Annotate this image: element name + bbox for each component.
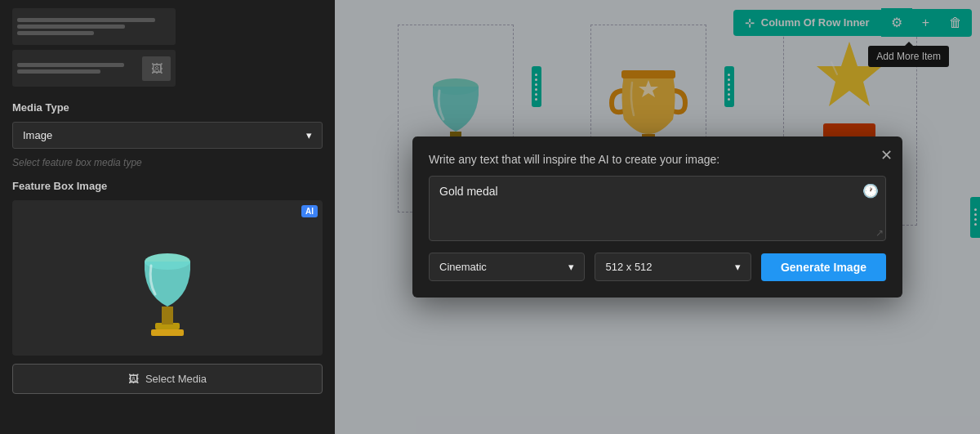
chevron-down-icon: ▾: [306, 129, 312, 141]
dialog-close-button[interactable]: ✕: [880, 146, 893, 164]
size-value: 512 x 512: [605, 261, 652, 273]
select-media-icon: 🖼: [128, 373, 139, 385]
svg-rect-2: [162, 306, 173, 324]
media-type-hint: Select feature box media type: [12, 157, 323, 168]
svg-rect-1: [151, 329, 184, 336]
size-dropdown[interactable]: 512 x 512 ▾: [595, 253, 751, 281]
dialog-controls: Cinematic ▾ 512 x 512 ▾ Generate Image: [429, 253, 886, 281]
thumb-line: [17, 69, 100, 74]
right-panel: ⊹ Column Of Row Inner ⚙ + 🗑 Add More Ite…: [335, 0, 980, 434]
left-panel: 🖼 Media Type Image ▾ Select feature box …: [0, 0, 335, 434]
chevron-down-icon: ▾: [735, 261, 741, 273]
style-value: Cinematic: [439, 261, 487, 273]
feature-box-label: Feature Box Image: [12, 180, 323, 192]
thumb-image: 🖼: [142, 56, 171, 81]
thumb-line: [17, 31, 94, 35]
dialog-header: Write any text that will inspire the AI …: [429, 153, 886, 166]
select-media-label: Select Media: [145, 373, 207, 385]
thumb-lines-1: [17, 18, 171, 35]
template-thumb-1[interactable]: [12, 8, 176, 45]
media-type-label: Media Type: [12, 101, 323, 114]
ai-dialog: Write any text that will inspire the AI …: [412, 136, 902, 298]
thumb-line: [17, 63, 124, 67]
history-icon: 🕐: [862, 183, 879, 199]
select-media-button[interactable]: 🖼 Select Media: [12, 364, 323, 394]
glass-trophy-preview: [131, 213, 204, 343]
thumb-line: [17, 25, 125, 29]
template-thumb-2[interactable]: 🖼: [12, 50, 176, 87]
thumb-lines-2: [17, 63, 136, 74]
generate-image-button[interactable]: Generate Image: [761, 253, 886, 281]
dialog-input-text: Gold medal: [439, 185, 875, 198]
ai-badge: AI: [301, 205, 318, 217]
generate-label: Generate Image: [781, 261, 866, 274]
image-preview: AI: [12, 200, 323, 356]
template-previews: 🖼: [12, 8, 323, 87]
media-type-value: Image: [23, 129, 52, 141]
dialog-overlay: Write any text that will inspire the AI …: [335, 0, 980, 434]
style-dropdown[interactable]: Cinematic ▾: [429, 253, 585, 281]
chevron-down-icon: ▾: [568, 261, 574, 273]
close-icon: ✕: [880, 147, 893, 163]
resize-handle-icon: ↗: [875, 227, 884, 239]
thumb-line: [17, 18, 155, 22]
dialog-textarea-wrapper[interactable]: Gold medal 🕐 ↗: [429, 176, 886, 241]
media-type-dropdown[interactable]: Image ▾: [12, 122, 323, 149]
